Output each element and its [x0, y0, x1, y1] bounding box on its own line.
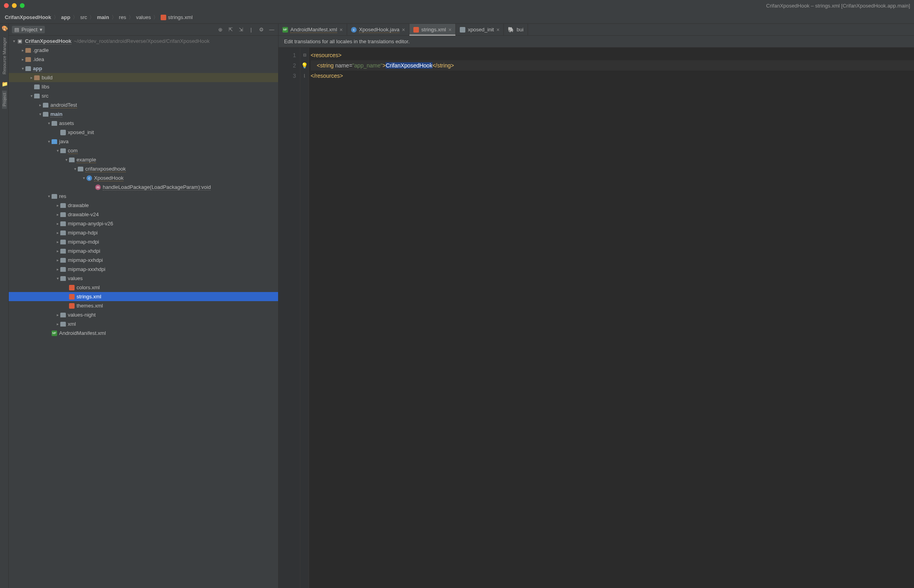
- close-icon[interactable]: ×: [448, 27, 451, 33]
- tree-node[interactable]: ▾ assets: [9, 119, 278, 128]
- chevron-down-icon[interactable]: ▾: [46, 121, 52, 125]
- tree-node[interactable]: themes.xml: [9, 301, 278, 310]
- chevron-down-icon[interactable]: ▾: [20, 66, 25, 71]
- chevron-right-icon[interactable]: ▸: [55, 231, 60, 235]
- chevron-right-icon[interactable]: ▸: [55, 221, 60, 226]
- bulb-icon[interactable]: 💡: [300, 60, 309, 71]
- code-content[interactable]: <resources> <string name="app_name">Crif…: [309, 48, 914, 588]
- fold-icon[interactable]: ⊟: [300, 50, 309, 60]
- chevron-right-icon[interactable]: ▸: [37, 103, 43, 107]
- project-tab[interactable]: Project: [2, 90, 7, 109]
- tree-node[interactable]: ▸ drawable-v24: [9, 210, 278, 219]
- tree-node[interactable]: ▸ build: [9, 73, 278, 82]
- chevron-right-icon[interactable]: ▸: [55, 258, 60, 262]
- chevron-right-icon[interactable]: ▸: [55, 203, 60, 208]
- chevron-down-icon: ▾: [40, 27, 42, 33]
- close-icon[interactable]: ×: [340, 27, 343, 33]
- tree-node[interactable]: ▾ c XposedHook: [9, 173, 278, 183]
- tree-node[interactable]: MF AndroidManifest.xml: [9, 329, 278, 338]
- tab-build-gradle[interactable]: 🐘 bui: [504, 24, 528, 35]
- breadcrumb-item[interactable]: CrifanXposedHook: [5, 14, 51, 20]
- chevron-down-icon[interactable]: ▾: [11, 39, 17, 43]
- tree-node[interactable]: ▸ mipmap-hdpi: [9, 228, 278, 237]
- tree-node[interactable]: ▸ mipmap-xhdpi: [9, 246, 278, 256]
- breadcrumb-item[interactable]: values: [136, 14, 151, 20]
- tree-node[interactable]: ▾ values: [9, 274, 278, 283]
- tab-label: XposedHook.java: [359, 27, 399, 33]
- project-tree[interactable]: ▾ ▣ CrifanXposedHook ~/dev/dev_root/andr…: [9, 36, 278, 588]
- code-token: </resources>: [311, 73, 343, 79]
- breadcrumb-item[interactable]: strings.xml: [161, 14, 192, 21]
- chevron-down-icon[interactable]: ▾: [81, 176, 86, 180]
- chevron-right-icon[interactable]: ▸: [20, 57, 25, 61]
- tree-node-selected[interactable]: strings.xml: [9, 292, 278, 301]
- class-icon: c: [86, 175, 92, 181]
- tab-xposed-init[interactable]: xposed_init ×: [456, 24, 504, 35]
- tree-node[interactable]: ▸ mipmap-xxxhdpi: [9, 265, 278, 274]
- tree-node[interactable]: ▸ drawable: [9, 201, 278, 210]
- tree-node[interactable]: ▾ main: [9, 110, 278, 119]
- chevron-down-icon[interactable]: ▾: [37, 112, 43, 116]
- tree-node[interactable]: ▸ values-night: [9, 310, 278, 319]
- chevron-right-icon[interactable]: ▸: [20, 48, 25, 52]
- tree-node[interactable]: m handleLoadPackage(LoadPackageParam):vo…: [9, 183, 278, 192]
- breadcrumb-item[interactable]: res: [119, 14, 126, 20]
- tree-node[interactable]: ▾ crifanxposedhook: [9, 164, 278, 173]
- minimize-window-button[interactable]: [12, 3, 17, 8]
- chevron-right-icon[interactable]: ▸: [55, 212, 60, 217]
- chevron-down-icon[interactable]: ▾: [63, 158, 69, 162]
- tab-androidmanifest[interactable]: MF AndroidManifest.xml ×: [278, 24, 347, 35]
- tree-node[interactable]: ▸ mipmap-mdpi: [9, 237, 278, 246]
- chevron-down-icon[interactable]: ▾: [55, 276, 60, 281]
- tree-node[interactable]: ▾ app: [9, 64, 278, 73]
- gear-icon[interactable]: ⚙: [258, 27, 265, 33]
- tree-node[interactable]: ▾ src: [9, 91, 278, 100]
- breadcrumb-item[interactable]: src: [80, 14, 87, 20]
- chevron-right-icon[interactable]: ▸: [55, 267, 60, 271]
- chevron-down-icon[interactable]: ▾: [46, 139, 52, 144]
- chevron-right-icon[interactable]: ▸: [55, 249, 60, 253]
- folder-icon: [69, 158, 75, 162]
- collapse-all-icon[interactable]: ⇲: [238, 27, 244, 33]
- tree-node[interactable]: ▸ .gradle: [9, 46, 278, 55]
- tree-node[interactable]: ▸ mipmap-xxhdpi: [9, 256, 278, 265]
- node-label: assets: [59, 120, 74, 126]
- expand-all-icon[interactable]: ⇱: [227, 27, 234, 33]
- chevron-down-icon[interactable]: ▾: [72, 167, 78, 171]
- tree-node[interactable]: ▾ com: [9, 146, 278, 155]
- tree-node[interactable]: ▸ mipmap-anydpi-v26: [9, 219, 278, 228]
- chevron-right-icon[interactable]: ▸: [55, 313, 60, 317]
- maximize-window-button[interactable]: [20, 3, 25, 8]
- tree-node[interactable]: colors.xml: [9, 283, 278, 292]
- close-icon[interactable]: ×: [496, 27, 499, 33]
- project-view-selector[interactable]: ▤ Project ▾: [12, 26, 45, 33]
- breadcrumb-item[interactable]: app: [61, 14, 70, 20]
- tree-node[interactable]: ▸ xml: [9, 319, 278, 329]
- breadcrumb-item[interactable]: main: [97, 14, 109, 20]
- close-icon[interactable]: ×: [402, 27, 405, 33]
- tree-root[interactable]: ▾ ▣ CrifanXposedHook ~/dev/dev_root/andr…: [9, 37, 278, 46]
- class-icon: c: [351, 27, 357, 33]
- tree-node[interactable]: libs: [9, 82, 278, 91]
- tree-node[interactable]: ▸ androidTest: [9, 100, 278, 110]
- tab-xposedhook[interactable]: c XposedHook.java ×: [347, 24, 409, 35]
- tree-node[interactable]: ▸ .idea: [9, 55, 278, 64]
- chevron-right-icon[interactable]: ▸: [55, 240, 60, 244]
- chevron-right-icon[interactable]: ▸: [29, 75, 34, 80]
- code-editor[interactable]: 1 2 3 ⊟ 💡 ⌊ <resources> <string name="ap…: [278, 48, 914, 588]
- chevron-right-icon[interactable]: ▸: [55, 322, 60, 326]
- close-window-button[interactable]: [4, 3, 9, 8]
- tree-node[interactable]: ▾ java: [9, 137, 278, 146]
- hide-icon[interactable]: —: [269, 27, 275, 33]
- node-label: values-night: [68, 312, 96, 318]
- tree-node[interactable]: ▾ res: [9, 192, 278, 201]
- chevron-down-icon[interactable]: ▾: [46, 194, 52, 198]
- tree-node[interactable]: ▾ example: [9, 155, 278, 164]
- chevron-down-icon[interactable]: ▾: [29, 94, 34, 98]
- chevron-down-icon[interactable]: ▾: [55, 148, 60, 153]
- tab-strings-xml[interactable]: strings.xml ×: [409, 24, 456, 35]
- resource-manager-tab[interactable]: Resource Manager: [2, 35, 7, 77]
- tree-node[interactable]: xposed_init: [9, 128, 278, 137]
- target-icon[interactable]: ⊕: [217, 27, 223, 33]
- editor-banner[interactable]: Edit translations for all locales in the…: [278, 36, 914, 48]
